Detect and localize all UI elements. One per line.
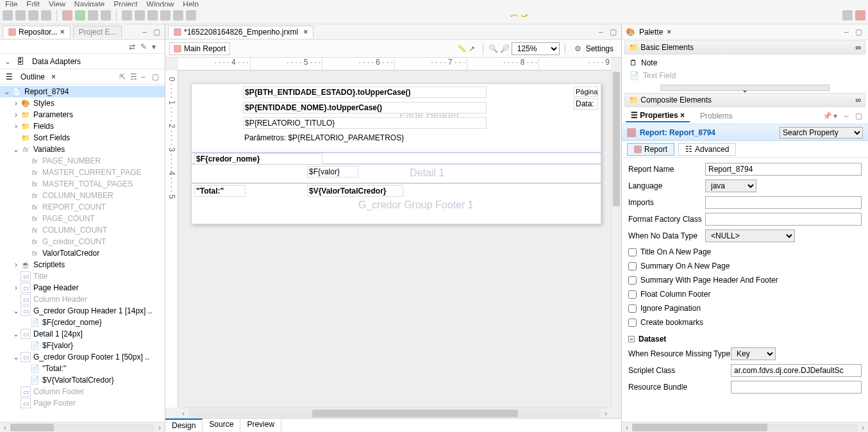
tree-group-header[interactable]: ⌄G_credor Group Header 1 [14px] .. — [0, 305, 165, 317]
jasper-perspective-icon[interactable] — [855, 10, 865, 21]
new-icon[interactable] — [3, 10, 13, 21]
tree-total-el[interactable]: 📄"Total:" — [0, 363, 165, 374]
report-element[interactable]: $P{RELATORIO_TITULO} — [243, 117, 487, 129]
title-new-page-checkbox[interactable] — [628, 248, 637, 256]
h-scrollbar[interactable]: ‹› — [622, 422, 868, 432]
arrow-icon[interactable]: ↗ — [469, 44, 478, 53]
palette-item-note[interactable]: 🗒Note — [630, 56, 860, 69]
tree-field-el[interactable]: 📄$F{valor} — [0, 340, 165, 351]
tree-report-root[interactable]: ⌄Report_8794 — [0, 86, 165, 97]
menu-window[interactable]: Window — [147, 0, 174, 6]
minimize-icon[interactable]: – — [844, 28, 853, 37]
play-icon[interactable] — [75, 10, 85, 21]
summary-new-page-checkbox[interactable] — [628, 262, 637, 270]
palette-cat-composite[interactable]: 📁 Composite Elements∞ — [624, 93, 865, 107]
report-page[interactable]: Page Header $P{BTH_ENTIDADE_ESTADO}.toUp… — [191, 83, 601, 224]
search-property-select[interactable]: Search Property — [780, 127, 863, 138]
tab-preview[interactable]: Preview — [240, 419, 281, 432]
menu-bar[interactable]: File Edit View Navigate Project Window H… — [0, 0, 868, 6]
group-footer-band[interactable]: G_credor Group Footer 1 "Total:" $V{Valo… — [191, 183, 601, 224]
menu-icon[interactable]: ▾ — [152, 42, 161, 51]
tree-sort-fields[interactable]: Sort Fields — [0, 132, 165, 144]
imports-input[interactable] — [705, 196, 862, 209]
ignore-pagination-checkbox[interactable] — [628, 304, 637, 313]
menu-edit[interactable]: Edit — [26, 0, 40, 6]
data-adapters-section[interactable]: ⌄ 🗄 Data Adapters — [0, 54, 165, 69]
summary-header-footer-checkbox[interactable] — [628, 276, 637, 285]
tree-var[interactable]: fxG_credor_COUNT — [0, 236, 165, 247]
refresh-icon[interactable] — [41, 10, 51, 21]
align-left-icon[interactable] — [122, 10, 132, 21]
search-icon[interactable] — [101, 10, 111, 21]
maximize-icon[interactable]: ▢ — [153, 28, 162, 37]
edit-icon[interactable]: ✎ — [140, 42, 149, 51]
when-no-data-select[interactable]: <NULL> — [705, 229, 795, 242]
align-top-icon[interactable] — [160, 10, 171, 21]
tree-parameters[interactable]: ›Parameters — [0, 109, 165, 120]
toolbox-icon[interactable] — [88, 10, 98, 21]
maximize-icon[interactable]: ▢ — [855, 112, 864, 120]
tab-repository[interactable]: Repositor...× — [3, 26, 71, 38]
tree-var[interactable]: fxREPORT_COUNT — [0, 201, 165, 213]
palette-item-textfield[interactable]: 📄Text Field — [630, 69, 860, 82]
report-element[interactable]: Página: — [574, 87, 598, 97]
zoom-select[interactable]: 125% — [512, 42, 560, 55]
format-factory-input[interactable] — [705, 213, 862, 226]
align-right-icon[interactable] — [147, 10, 158, 21]
menu-icon[interactable]: ▾ — [833, 112, 842, 120]
subtab-advanced[interactable]: ☷Advanced — [678, 143, 736, 156]
report-element[interactable]: $F{credor_nome} — [194, 153, 322, 165]
zoom-in-icon[interactable]: 🔍 — [488, 44, 497, 53]
maximize-icon[interactable]: ▢ — [855, 28, 864, 37]
outline-tree[interactable]: ⌄Report_8794 ›Styles ›Parameters ›Fields… — [0, 85, 165, 422]
palette-cat-basic[interactable]: 📁 Basic Elements∞ — [624, 40, 865, 54]
bug-icon[interactable] — [62, 10, 72, 21]
menu-help[interactable]: Help — [183, 0, 199, 6]
palette-expand-icon[interactable]: ⌄ — [660, 85, 830, 91]
tree-var[interactable]: fxMASTER_TOTAL_PAGES — [0, 178, 165, 190]
report-element[interactable]: "Total:" — [194, 185, 246, 197]
close-icon[interactable]: × — [303, 28, 308, 37]
report-name-input[interactable] — [705, 163, 862, 176]
report-element[interactable]: Data: n — [574, 98, 598, 110]
scriptlet-class-input[interactable] — [731, 364, 862, 377]
scroll-left-icon[interactable]: ‹ — [0, 423, 10, 432]
minimize-icon[interactable]: – — [141, 72, 150, 81]
report-element[interactable]: $P{ENTIDADE_NOME}.toUpperCase() — [243, 102, 487, 113]
report-element[interactable]: $F{valor} — [307, 166, 358, 178]
design-canvas[interactable]: Page Header $P{BTH_ENTIDADE_ESTADO}.toUp… — [178, 71, 611, 408]
menu-project[interactable]: Project — [113, 0, 137, 6]
minimize-icon[interactable]: – — [844, 112, 853, 120]
tree-var[interactable]: fxValorTotalCredor — [0, 247, 165, 259]
ruler-icon[interactable]: 📏 — [457, 44, 466, 53]
detail-band[interactable]: Detail 1 $F{valor} — [191, 164, 601, 183]
close-icon[interactable]: × — [60, 28, 65, 37]
link-icon[interactable]: ⇄ — [129, 42, 138, 51]
h-scrollbar[interactable]: ‹› — [178, 408, 611, 418]
maximize-icon[interactable]: ▢ — [152, 72, 161, 81]
language-select[interactable]: java — [705, 179, 756, 192]
collapse-icon[interactable]: − — [628, 336, 635, 342]
close-icon[interactable]: × — [667, 28, 671, 37]
report-element[interactable]: Parâmetros: $P{RELATORIO_PARAMETROS} — [243, 133, 487, 143]
align-bottom-icon[interactable] — [186, 10, 196, 21]
zoom-out-icon[interactable]: 🔎 — [500, 44, 509, 53]
menu-view[interactable]: View — [49, 0, 65, 6]
align-middle-icon[interactable] — [173, 10, 183, 21]
resource-bundle-input[interactable] — [731, 381, 862, 394]
tree-group-footer[interactable]: ⌄G_credor Group Footer 1 [50px] .. — [0, 351, 165, 363]
tab-project-explorer[interactable]: Project E... — [73, 26, 122, 38]
collapse-icon[interactable]: ⇱ — [119, 72, 128, 81]
scroll-right-icon[interactable]: › — [154, 423, 165, 432]
save-all-icon[interactable] — [28, 10, 38, 21]
filter-icon[interactable]: ☴ — [130, 72, 139, 81]
chevron-down-icon[interactable]: ⌄ — [4, 57, 12, 66]
editor-tab[interactable]: *1652208164826_Empenho.jrxml× — [168, 26, 313, 38]
perspective-icon[interactable] — [842, 10, 853, 21]
tree-var[interactable]: fxMASTER_CURRENT_PAGE — [0, 167, 165, 178]
redo-icon[interactable]: ⤻ — [521, 10, 528, 21]
close-icon[interactable]: × — [51, 72, 56, 81]
h-scrollbar[interactable]: ‹ › — [0, 422, 165, 432]
minimize-icon[interactable]: – — [599, 28, 608, 37]
tree-fields[interactable]: ›Fields — [0, 120, 165, 132]
